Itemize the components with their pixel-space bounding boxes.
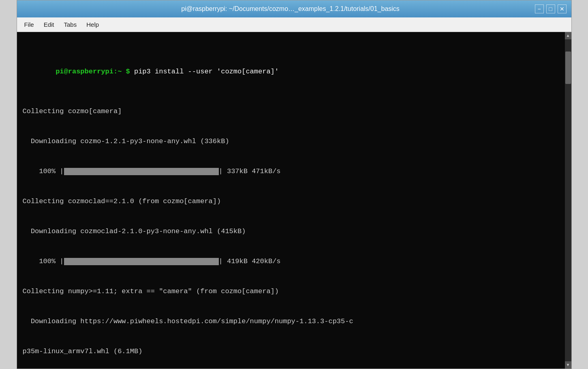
progress-line-2: 100% || 419kB 420kB/s — [23, 257, 566, 267]
window-title: pi@raspberrypi: ~/Documents/cozmo…_examp… — [46, 5, 535, 13]
output-line-7: p35m-linux_armv7l.whl (6.1MB) — [23, 347, 566, 357]
terminal-area[interactable]: pi@raspberrypi:~ $ pip3 install --user '… — [17, 32, 571, 369]
menu-help[interactable]: Help — [82, 19, 103, 30]
menu-edit[interactable]: Edit — [40, 19, 58, 30]
minimize-button[interactable]: − — [535, 4, 544, 13]
scroll-up-button[interactable]: ▲ — [565, 32, 571, 39]
prompt-user: pi@raspberrypi:~ $ — [56, 68, 130, 75]
output-line-3: Collecting cozmoclad==2.1.0 (from cozmo[… — [23, 197, 566, 207]
output-line-1: Collecting cozmo[camera] — [23, 107, 566, 117]
menu-bar: File Edit Tabs Help — [17, 17, 571, 32]
command-text: pip3 install --user 'cozmo[camera]' — [130, 68, 279, 75]
scroll-down-button[interactable]: ▼ — [565, 361, 571, 369]
output-line-2: Downloading cozmo-1.2.1-py3-none-any.whl… — [23, 137, 566, 147]
menu-file[interactable]: File — [20, 19, 38, 30]
progress-line-1: 100% || 337kB 471kB/s — [23, 167, 566, 177]
output-line-6: Downloading https://www.piwheels.hostedp… — [23, 317, 566, 327]
maximize-button[interactable]: □ — [546, 4, 555, 13]
menu-tabs[interactable]: Tabs — [60, 19, 81, 30]
terminal-output: pi@raspberrypi:~ $ pip3 install --user '… — [23, 37, 566, 369]
close-button[interactable]: ✕ — [558, 4, 567, 13]
scrollbar[interactable]: ▲ ▼ — [565, 32, 571, 369]
terminal-window: pi@raspberrypi: ~/Documents/cozmo…_examp… — [17, 0, 572, 369]
window-controls: − □ ✕ — [535, 4, 567, 13]
output-line-4: Downloading cozmoclad-2.1.0-py3-none-any… — [23, 227, 566, 237]
scrollbar-thumb[interactable] — [565, 51, 571, 84]
output-line-5: Collecting numpy>=1.11; extra == "camera… — [23, 287, 566, 297]
title-bar: pi@raspberrypi: ~/Documents/cozmo…_examp… — [17, 0, 571, 17]
scrollbar-track[interactable] — [565, 39, 571, 361]
